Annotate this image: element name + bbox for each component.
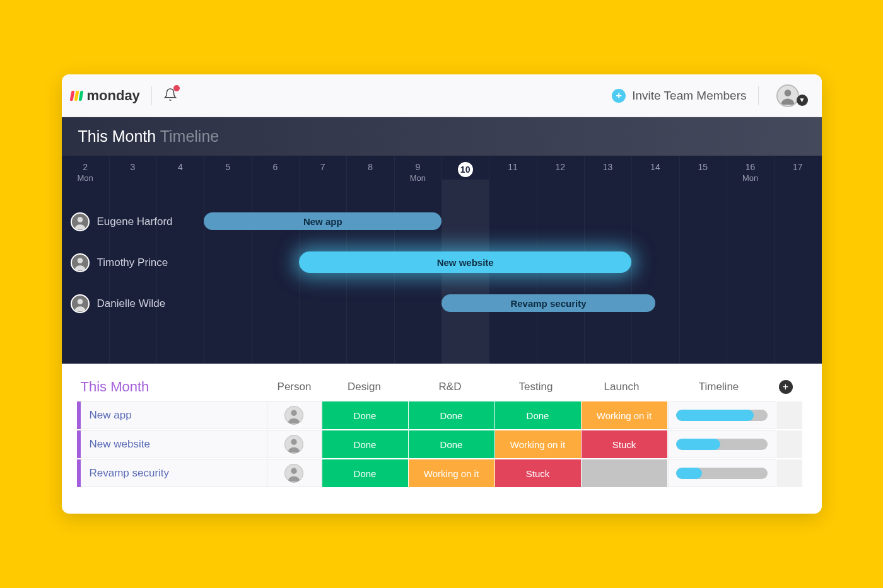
timeline-row: Eugene Harford — [62, 201, 822, 242]
avatar — [284, 435, 303, 454]
progress-bar — [676, 410, 768, 421]
topbar: monday + Invite Team Members ▼ — [62, 74, 822, 117]
notifications-button[interactable] — [163, 88, 177, 104]
status-cell[interactable]: Done — [322, 459, 408, 487]
svg-point-7 — [77, 299, 83, 304]
day-number: 13 — [584, 162, 631, 172]
progress-bar — [676, 439, 768, 450]
logo-icon — [71, 91, 83, 101]
day-number: 5 — [204, 162, 251, 172]
table-row: New websiteDoneDoneWorking on itStuck — [77, 430, 807, 458]
day-number: 9 — [394, 162, 441, 172]
day-number: 11 — [489, 162, 536, 172]
timeline-user-name: Eugene Harford — [97, 216, 173, 228]
day-label: 15 — [679, 162, 727, 183]
column-header-design[interactable]: Design — [322, 381, 407, 393]
day-label: 16Mon — [727, 162, 774, 183]
invite-team-button[interactable]: + Invite Team Members — [612, 89, 746, 103]
status-cell[interactable]: Done — [322, 430, 408, 458]
column-header-person[interactable]: Person — [267, 381, 322, 393]
user-menu[interactable]: ▼ — [776, 84, 808, 107]
status-cell[interactable]: Done — [409, 430, 494, 458]
progress-bar — [676, 468, 768, 479]
day-of-week: Mon — [727, 173, 774, 183]
day-number: 2 — [62, 162, 109, 172]
day-number: 7 — [299, 162, 346, 172]
timeline-cell[interactable] — [668, 430, 776, 458]
app-window: monday + Invite Team Members ▼ This Mont… — [62, 74, 822, 514]
chevron-down-icon: ▼ — [797, 95, 808, 106]
add-column-button[interactable]: + — [779, 380, 793, 394]
avatar — [284, 406, 303, 425]
divider — [151, 86, 152, 105]
svg-point-1 — [784, 89, 791, 96]
day-label: 12 — [537, 162, 584, 183]
item-name-cell[interactable]: New website — [81, 430, 267, 458]
timeline-cell[interactable] — [668, 459, 776, 487]
day-label: 3 — [109, 162, 156, 183]
group-title[interactable]: This Month — [77, 379, 267, 395]
timeline-bar[interactable]: New website — [299, 251, 631, 273]
progress-fill — [676, 468, 702, 479]
status-cell[interactable]: Done — [495, 401, 581, 429]
timeline-user[interactable]: Timothy Prince — [62, 253, 213, 272]
timeline-title-sub: Timeline — [160, 127, 219, 145]
status-cell[interactable]: Working on it — [582, 401, 667, 429]
timeline-cell[interactable] — [668, 401, 776, 429]
day-label: 10 — [441, 162, 489, 183]
row-end-cell — [777, 430, 802, 458]
svg-point-9 — [291, 410, 296, 416]
status-cell[interactable]: Working on it — [495, 430, 581, 458]
day-number: 3 — [109, 162, 156, 172]
column-header-launch[interactable]: Launch — [579, 381, 665, 393]
person-cell[interactable] — [267, 401, 322, 429]
status-cell[interactable]: Stuck — [495, 459, 581, 487]
svg-point-11 — [291, 439, 296, 445]
table-row: Revamp securityDoneWorking on itStuck — [77, 459, 807, 487]
brand-name: monday — [87, 88, 140, 104]
day-number: 16 — [727, 162, 774, 172]
bell-icon — [163, 93, 177, 103]
row-end-cell — [777, 459, 802, 487]
timeline-user[interactable]: Eugene Harford — [62, 212, 213, 231]
table-row: New appDoneDoneDoneWorking on it — [77, 401, 807, 429]
timeline-title-main: This Month — [78, 127, 156, 145]
status-cell[interactable]: Working on it — [409, 459, 494, 487]
brand-logo[interactable]: monday — [71, 88, 140, 104]
person-cell[interactable] — [267, 459, 322, 487]
day-number: 14 — [631, 162, 679, 172]
notification-dot-icon — [173, 85, 180, 91]
status-cell[interactable] — [582, 459, 667, 487]
column-header-testing[interactable]: Testing — [493, 381, 579, 393]
column-header-timeline[interactable]: Timeline — [665, 381, 773, 393]
day-number: 6 — [252, 162, 299, 172]
progress-fill — [676, 410, 754, 421]
row-end-cell — [777, 401, 802, 429]
board-table: This Month Person Design R&D Testing Lau… — [62, 364, 822, 514]
svg-point-13 — [291, 468, 296, 474]
svg-point-3 — [77, 217, 83, 222]
divider — [758, 86, 759, 105]
timeline-user-name: Timothy Prince — [97, 257, 168, 269]
day-label: 6 — [252, 162, 299, 183]
status-cell[interactable]: Done — [322, 401, 408, 429]
avatar — [71, 212, 90, 231]
timeline-bar[interactable]: New app — [204, 212, 441, 230]
day-label: 4 — [156, 162, 204, 183]
item-name-cell[interactable]: New app — [81, 401, 267, 429]
plus-circle-icon: + — [612, 89, 626, 103]
timeline-title-bar: This Month Timeline — [62, 117, 822, 156]
invite-label: Invite Team Members — [632, 89, 746, 103]
status-cell[interactable]: Stuck — [582, 430, 667, 458]
column-header-rnd[interactable]: R&D — [407, 381, 493, 393]
person-cell[interactable] — [267, 430, 322, 458]
timeline-view: 2Mon3456789Mon10111213141516Mon17 Eugene… — [62, 156, 822, 364]
item-name-cell[interactable]: Revamp security — [81, 459, 267, 487]
day-label: 5 — [204, 162, 251, 183]
status-cell[interactable]: Done — [409, 401, 494, 429]
day-of-week: Mon — [62, 173, 109, 183]
timeline-user[interactable]: Danielle Wilde — [62, 294, 213, 313]
timeline-bar[interactable]: Revamp security — [441, 294, 655, 312]
progress-fill — [676, 439, 720, 450]
day-label: 8 — [346, 162, 394, 183]
